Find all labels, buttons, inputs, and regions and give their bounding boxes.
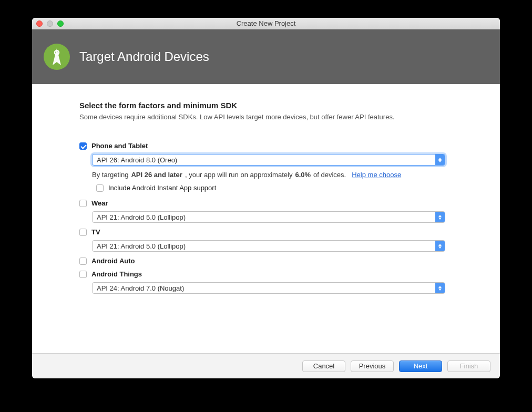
checkbox-wear[interactable] bbox=[79, 200, 87, 207]
chevron-sort-icon bbox=[435, 154, 445, 165]
form-factor-auto: Android Auto bbox=[79, 257, 453, 265]
titlebar[interactable]: Create New Project bbox=[32, 18, 500, 29]
finish-button: Finish bbox=[447, 360, 490, 372]
compass-icon bbox=[45, 45, 68, 68]
checkbox-instant-app[interactable] bbox=[96, 184, 104, 192]
checkbox-phone-tablet[interactable] bbox=[79, 142, 87, 150]
cancel-button[interactable]: Cancel bbox=[302, 360, 345, 372]
checkbox-things[interactable] bbox=[79, 271, 87, 278]
label-auto: Android Auto bbox=[91, 257, 135, 265]
chevron-sort-icon bbox=[435, 241, 445, 251]
page-title: Target Android Devices bbox=[79, 49, 209, 64]
section-description: Some devices require additional SDKs. Lo… bbox=[79, 113, 453, 121]
close-icon[interactable] bbox=[36, 20, 43, 27]
minimize-icon[interactable] bbox=[47, 20, 53, 27]
info-text: By targeting bbox=[92, 171, 128, 179]
select-things-api[interactable]: API 24: Android 7.0 (Nougat) bbox=[92, 282, 445, 294]
project-wizard-window: Create New Project Target Android Device… bbox=[32, 18, 500, 378]
checkbox-auto[interactable] bbox=[79, 258, 87, 265]
select-value: API 21: Android 5.0 (Lollipop) bbox=[97, 213, 186, 221]
wizard-header: Target Android Devices bbox=[32, 29, 500, 84]
info-bold-api: API 26 and later bbox=[131, 171, 182, 179]
form-factor-tv: TV API 21: Android 5.0 (Lollipop) bbox=[79, 228, 453, 252]
label-things: Android Things bbox=[91, 270, 142, 278]
select-tv-api[interactable]: API 21: Android 5.0 (Lollipop) bbox=[92, 240, 445, 252]
window-controls bbox=[36, 20, 64, 27]
info-bold-percent: 6.0% bbox=[295, 171, 311, 179]
select-phone-tablet-api[interactable]: API 26: Android 8.0 (Oreo) bbox=[92, 154, 445, 166]
checkbox-row-things: Android Things bbox=[79, 270, 453, 278]
checkbox-row-phone-tablet: Phone and Tablet bbox=[79, 142, 453, 150]
select-wear-api[interactable]: API 21: Android 5.0 (Lollipop) bbox=[92, 211, 445, 223]
chevron-sort-icon bbox=[435, 283, 445, 293]
api-coverage-info: By targeting API 26 and later, your app … bbox=[92, 171, 453, 179]
android-studio-logo-icon bbox=[44, 44, 70, 70]
label-wear: Wear bbox=[91, 199, 108, 207]
next-button[interactable]: Next bbox=[399, 360, 442, 372]
instant-app-row: Include Android Instant App support bbox=[96, 184, 453, 192]
previous-button[interactable]: Previous bbox=[351, 360, 394, 372]
form-factor-things: Android Things API 24: Android 7.0 (Noug… bbox=[79, 270, 453, 294]
select-value: API 21: Android 5.0 (Lollipop) bbox=[97, 242, 186, 250]
section-title: Select the form factors and minimum SDK bbox=[79, 101, 453, 110]
checkbox-row-wear: Wear bbox=[79, 199, 453, 207]
window-title: Create New Project bbox=[237, 19, 296, 27]
checkbox-row-tv: TV bbox=[79, 228, 453, 236]
maximize-icon[interactable] bbox=[57, 20, 64, 27]
select-value: API 24: Android 7.0 (Nougat) bbox=[97, 284, 184, 292]
checkbox-row-auto: Android Auto bbox=[79, 257, 453, 265]
form-factor-phone-tablet: Phone and Tablet API 26: Android 8.0 (Or… bbox=[79, 142, 453, 192]
wizard-content: Select the form factors and minimum SDK … bbox=[32, 84, 500, 353]
label-instant-app: Include Android Instant App support bbox=[108, 184, 216, 192]
label-tv: TV bbox=[91, 228, 100, 236]
info-text-suffix: of devices. bbox=[313, 171, 346, 179]
wizard-footer: Cancel Previous Next Finish bbox=[32, 353, 500, 378]
select-value: API 26: Android 8.0 (Oreo) bbox=[97, 156, 177, 164]
form-factor-wear: Wear API 21: Android 5.0 (Lollipop) bbox=[79, 199, 453, 223]
info-text-mid: , your app will run on approximately bbox=[185, 171, 293, 179]
help-me-choose-link[interactable]: Help me choose bbox=[352, 171, 401, 179]
label-phone-tablet: Phone and Tablet bbox=[91, 142, 148, 150]
chevron-sort-icon bbox=[435, 212, 445, 222]
checkbox-tv[interactable] bbox=[79, 229, 87, 236]
